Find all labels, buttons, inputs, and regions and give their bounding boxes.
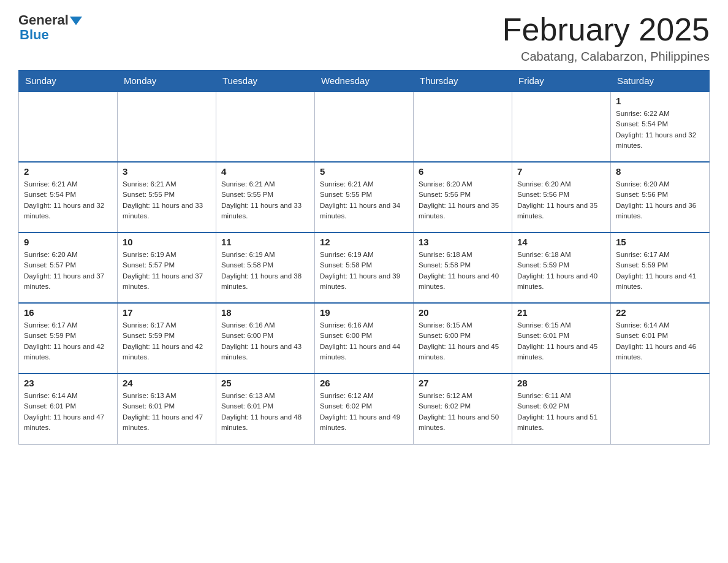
- calendar-table: Sunday Monday Tuesday Wednesday Thursday…: [18, 70, 710, 445]
- calendar-cell: 11Sunrise: 6:19 AMSunset: 5:58 PMDayligh…: [216, 232, 315, 303]
- day-number: 19: [320, 307, 408, 318]
- day-info: Sunrise: 6:13 AMSunset: 6:01 PMDaylight:…: [221, 391, 309, 433]
- day-number: 25: [221, 378, 309, 388]
- calendar-cell: 9Sunrise: 6:20 AMSunset: 5:57 PMDaylight…: [19, 232, 118, 303]
- day-number: 21: [517, 307, 605, 318]
- day-info: Sunrise: 6:17 AMSunset: 5:59 PMDaylight:…: [24, 320, 112, 362]
- day-info: Sunrise: 6:17 AMSunset: 5:59 PMDaylight:…: [123, 320, 211, 362]
- logo-text-general: General: [18, 12, 69, 28]
- page-header: General Blue February 2025 Cabatang, Cal…: [18, 12, 710, 64]
- calendar-cell: 1Sunrise: 6:22 AMSunset: 5:54 PMDaylight…: [611, 91, 710, 162]
- day-number: 12: [320, 237, 408, 247]
- day-info: Sunrise: 6:21 AMSunset: 5:54 PMDaylight:…: [24, 179, 112, 221]
- calendar-cell: [19, 91, 118, 162]
- calendar-header-row: Sunday Monday Tuesday Wednesday Thursday…: [19, 71, 710, 92]
- day-number: 11: [221, 237, 309, 247]
- calendar-cell: 20Sunrise: 6:15 AMSunset: 6:00 PMDayligh…: [414, 303, 512, 373]
- calendar-cell: 28Sunrise: 6:11 AMSunset: 6:02 PMDayligh…: [512, 373, 611, 444]
- title-block: February 2025 Cabatang, Calabarzon, Phil…: [502, 12, 710, 64]
- day-info: Sunrise: 6:15 AMSunset: 6:01 PMDaylight:…: [517, 320, 605, 362]
- calendar-cell: [512, 91, 611, 162]
- day-info: Sunrise: 6:11 AMSunset: 6:02 PMDaylight:…: [517, 391, 605, 433]
- logo-triangle-icon: [70, 17, 82, 25]
- col-friday: Friday: [512, 71, 611, 92]
- day-info: Sunrise: 6:20 AMSunset: 5:56 PMDaylight:…: [517, 179, 605, 221]
- day-number: 22: [616, 307, 704, 318]
- day-number: 2: [24, 166, 112, 177]
- day-info: Sunrise: 6:16 AMSunset: 6:00 PMDaylight:…: [221, 320, 309, 362]
- calendar-cell: [611, 373, 710, 444]
- calendar-cell: 21Sunrise: 6:15 AMSunset: 6:01 PMDayligh…: [512, 303, 611, 373]
- day-info: Sunrise: 6:19 AMSunset: 5:58 PMDaylight:…: [320, 250, 408, 292]
- col-saturday: Saturday: [611, 71, 710, 92]
- calendar-cell: [216, 91, 315, 162]
- calendar-cell: 27Sunrise: 6:12 AMSunset: 6:02 PMDayligh…: [414, 373, 512, 444]
- calendar-week-row: 16Sunrise: 6:17 AMSunset: 5:59 PMDayligh…: [19, 303, 710, 373]
- day-number: 1: [616, 96, 704, 106]
- day-info: Sunrise: 6:21 AMSunset: 5:55 PMDaylight:…: [320, 179, 408, 221]
- day-info: Sunrise: 6:19 AMSunset: 5:58 PMDaylight:…: [221, 250, 309, 292]
- day-number: 8: [616, 166, 704, 177]
- logo: General Blue: [18, 12, 82, 43]
- day-info: Sunrise: 6:12 AMSunset: 6:02 PMDaylight:…: [320, 391, 408, 433]
- calendar-cell: 3Sunrise: 6:21 AMSunset: 5:55 PMDaylight…: [118, 162, 216, 232]
- calendar-cell: 25Sunrise: 6:13 AMSunset: 6:01 PMDayligh…: [216, 373, 315, 444]
- day-info: Sunrise: 6:20 AMSunset: 5:56 PMDaylight:…: [616, 179, 704, 221]
- calendar-cell: 26Sunrise: 6:12 AMSunset: 6:02 PMDayligh…: [315, 373, 414, 444]
- day-info: Sunrise: 6:12 AMSunset: 6:02 PMDaylight:…: [419, 391, 507, 433]
- day-info: Sunrise: 6:17 AMSunset: 5:59 PMDaylight:…: [616, 250, 704, 292]
- day-info: Sunrise: 6:16 AMSunset: 6:00 PMDaylight:…: [320, 320, 408, 362]
- calendar-cell: [315, 91, 414, 162]
- col-sunday: Sunday: [19, 71, 118, 92]
- day-info: Sunrise: 6:21 AMSunset: 5:55 PMDaylight:…: [221, 179, 309, 221]
- day-number: 4: [221, 166, 309, 177]
- calendar-week-row: 1Sunrise: 6:22 AMSunset: 5:54 PMDaylight…: [19, 91, 710, 162]
- day-number: 20: [419, 307, 507, 318]
- calendar-week-row: 9Sunrise: 6:20 AMSunset: 5:57 PMDaylight…: [19, 232, 710, 303]
- col-monday: Monday: [118, 71, 216, 92]
- calendar-cell: 19Sunrise: 6:16 AMSunset: 6:00 PMDayligh…: [315, 303, 414, 373]
- day-info: Sunrise: 6:18 AMSunset: 5:58 PMDaylight:…: [419, 250, 507, 292]
- day-info: Sunrise: 6:15 AMSunset: 6:00 PMDaylight:…: [419, 320, 507, 362]
- day-number: 27: [419, 378, 507, 388]
- col-wednesday: Wednesday: [315, 71, 414, 92]
- calendar-cell: 18Sunrise: 6:16 AMSunset: 6:00 PMDayligh…: [216, 303, 315, 373]
- day-number: 7: [517, 166, 605, 177]
- calendar-week-row: 2Sunrise: 6:21 AMSunset: 5:54 PMDaylight…: [19, 162, 710, 232]
- day-number: 5: [320, 166, 408, 177]
- day-info: Sunrise: 6:14 AMSunset: 6:01 PMDaylight:…: [24, 391, 112, 433]
- month-title: February 2025: [502, 12, 710, 47]
- day-number: 3: [123, 166, 211, 177]
- day-number: 6: [419, 166, 507, 177]
- calendar-cell: 12Sunrise: 6:19 AMSunset: 5:58 PMDayligh…: [315, 232, 414, 303]
- calendar-cell: 13Sunrise: 6:18 AMSunset: 5:58 PMDayligh…: [414, 232, 512, 303]
- logo-text-blue: Blue: [20, 27, 82, 43]
- calendar-cell: 23Sunrise: 6:14 AMSunset: 6:01 PMDayligh…: [19, 373, 118, 444]
- calendar-cell: 24Sunrise: 6:13 AMSunset: 6:01 PMDayligh…: [118, 373, 216, 444]
- calendar-cell: 15Sunrise: 6:17 AMSunset: 5:59 PMDayligh…: [611, 232, 710, 303]
- day-number: 26: [320, 378, 408, 388]
- day-info: Sunrise: 6:21 AMSunset: 5:55 PMDaylight:…: [123, 179, 211, 221]
- day-number: 10: [123, 237, 211, 247]
- calendar-week-row: 23Sunrise: 6:14 AMSunset: 6:01 PMDayligh…: [19, 373, 710, 444]
- col-thursday: Thursday: [414, 71, 512, 92]
- day-info: Sunrise: 6:13 AMSunset: 6:01 PMDaylight:…: [123, 391, 211, 433]
- day-number: 15: [616, 237, 704, 247]
- calendar-cell: 5Sunrise: 6:21 AMSunset: 5:55 PMDaylight…: [315, 162, 414, 232]
- day-info: Sunrise: 6:22 AMSunset: 5:54 PMDaylight:…: [616, 109, 704, 151]
- calendar-cell: 17Sunrise: 6:17 AMSunset: 5:59 PMDayligh…: [118, 303, 216, 373]
- day-info: Sunrise: 6:20 AMSunset: 5:56 PMDaylight:…: [419, 179, 507, 221]
- calendar-cell: [414, 91, 512, 162]
- calendar-cell: 10Sunrise: 6:19 AMSunset: 5:57 PMDayligh…: [118, 232, 216, 303]
- calendar-cell: 6Sunrise: 6:20 AMSunset: 5:56 PMDaylight…: [414, 162, 512, 232]
- day-number: 18: [221, 307, 309, 318]
- calendar-cell: 4Sunrise: 6:21 AMSunset: 5:55 PMDaylight…: [216, 162, 315, 232]
- calendar-cell: 7Sunrise: 6:20 AMSunset: 5:56 PMDaylight…: [512, 162, 611, 232]
- calendar-cell: [118, 91, 216, 162]
- day-info: Sunrise: 6:14 AMSunset: 6:01 PMDaylight:…: [616, 320, 704, 362]
- calendar-cell: 8Sunrise: 6:20 AMSunset: 5:56 PMDaylight…: [611, 162, 710, 232]
- day-number: 13: [419, 237, 507, 247]
- day-number: 23: [24, 378, 112, 388]
- day-info: Sunrise: 6:20 AMSunset: 5:57 PMDaylight:…: [24, 250, 112, 292]
- day-number: 17: [123, 307, 211, 318]
